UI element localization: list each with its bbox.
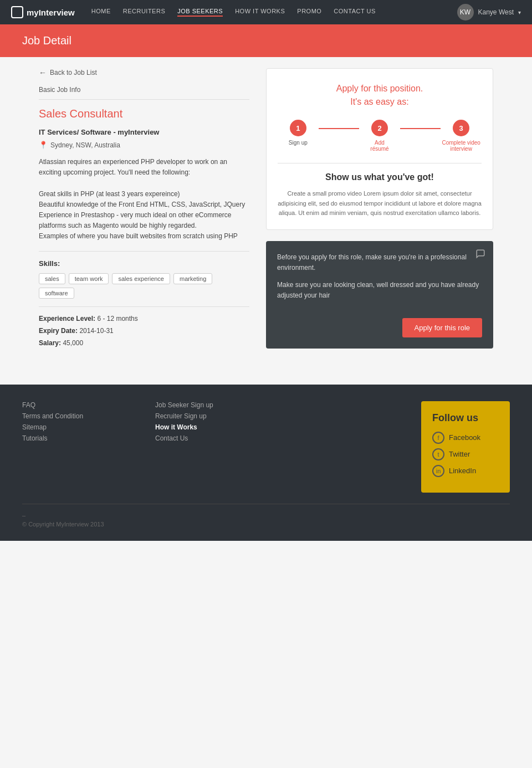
footer-recruiter-signup[interactable]: Recruiter Sign up <box>155 412 288 420</box>
logo-icon <box>11 6 23 18</box>
nav-recruiters[interactable]: RECRUITERS <box>123 8 166 17</box>
apply-divider <box>278 163 482 163</box>
job-title: Sales Consultant <box>39 107 249 120</box>
step-line-1 <box>319 128 360 129</box>
experience-level: Experience Level: 6 - 12 months <box>39 315 249 322</box>
dark-box: Before you apply for this role, make sur… <box>266 241 493 349</box>
salary-label: Salary: <box>39 339 61 347</box>
location-icon: 📍 <box>39 141 48 149</box>
step-1-circle: 1 <box>290 120 306 136</box>
footer-dash: – <box>22 512 510 519</box>
dark-box-text2: Make sure you are looking clean, well dr… <box>277 280 482 301</box>
nav-home[interactable]: HOME <box>91 8 111 17</box>
main-content: ← Back to Job List Basic Job Info Sales … <box>17 57 515 362</box>
skill-marketing: marketing <box>173 273 212 284</box>
footer-contact-us[interactable]: Contact Us <box>155 434 288 442</box>
desc-line-1: Great skills in PHP (at least 3 years ex… <box>39 189 249 199</box>
social-linkedin[interactable]: in LinkedIn <box>432 465 499 477</box>
skill-sales: sales <box>39 273 65 284</box>
facebook-label: Facebook <box>449 433 480 442</box>
page-title: Job Detail <box>22 34 510 47</box>
navbar: myInterview HOME RECRUITERS JOB SEEKERS … <box>0 0 532 24</box>
location: 📍 Sydney, NSW, Australia <box>39 141 249 149</box>
footer-sitemap[interactable]: Sitemap <box>22 423 155 431</box>
desc-line-0: Atlassian requires an experienced PHP de… <box>39 157 249 178</box>
linkedin-icon: in <box>432 465 444 477</box>
chat-icon <box>475 249 485 263</box>
basic-job-info-label: Basic Job Info <box>39 86 249 94</box>
footer-copyright: © Copyright MyInterview 2013 <box>22 521 510 528</box>
left-panel: ← Back to Job List Basic Job Info Sales … <box>39 68 249 351</box>
footer-col3 <box>288 401 421 493</box>
page-header: Job Detail <box>0 24 532 57</box>
chevron-down-icon: ▾ <box>518 9 521 16</box>
apply-for-role-button[interactable]: Apply for this role <box>402 318 482 337</box>
show-description: Create a small promo video Lorem ipsum d… <box>278 189 482 218</box>
apply-heading-line1: Apply for this position. <box>278 82 482 95</box>
logo[interactable]: myInterview <box>11 6 75 18</box>
apply-position-box: Apply for this position. It's as easy as… <box>266 68 493 230</box>
apply-heading-line2: It's as easy as: <box>278 95 482 109</box>
step-1-label: Sign up <box>289 140 308 146</box>
follow-heading: Follow us <box>432 412 499 424</box>
nav-job-seekers[interactable]: JOB SEEKERS <box>177 8 223 17</box>
social-twitter[interactable]: t Twitter <box>432 448 499 460</box>
divider3 <box>39 306 249 307</box>
right-panel: Apply for this position. It's as easy as… <box>266 68 493 351</box>
back-link-label: Back to Job List <box>50 69 97 76</box>
footer: FAQ Terms and Condition Sitemap Tutorial… <box>0 385 532 541</box>
step-3-circle: 3 <box>453 120 469 136</box>
meta-section: Experience Level: 6 - 12 months Expiry D… <box>39 315 249 347</box>
logo-text: myInterview <box>27 8 75 17</box>
nav-promo[interactable]: PROMO <box>297 8 321 17</box>
skills-label: Skills: <box>39 259 249 268</box>
nav-contact-us[interactable]: CONTACT US <box>334 8 376 17</box>
footer-col1: FAQ Terms and Condition Sitemap Tutorial… <box>22 401 155 493</box>
step-line-2 <box>400 128 441 129</box>
dark-box-text1: Before you apply for this role, make sur… <box>277 252 482 273</box>
divider1 <box>39 99 249 100</box>
footer-terms[interactable]: Terms and Condition <box>22 412 155 420</box>
steps-container: 1 Sign up 2 Addrésumé 3 Complete videoin… <box>278 120 482 152</box>
footer-faq[interactable]: FAQ <box>22 401 155 409</box>
expiry-date-label: Expiry Date: <box>39 327 78 335</box>
footer-how-it-works[interactable]: How it Works <box>155 423 288 431</box>
nav-how-it-works[interactable]: HOW IT WORKS <box>235 8 285 17</box>
divider2 <box>39 251 249 252</box>
facebook-icon: f <box>432 432 444 444</box>
location-text: Sydney, NSW, Australia <box>50 141 120 149</box>
user-name: Kanye West <box>478 8 514 16</box>
experience-level-label: Experience Level: <box>39 315 95 322</box>
footer-follow: Follow us f Facebook t Twitter in Linked… <box>421 401 510 493</box>
footer-content: FAQ Terms and Condition Sitemap Tutorial… <box>22 401 510 493</box>
twitter-icon: t <box>432 448 444 460</box>
footer-tutorials[interactable]: Tutorials <box>22 434 155 442</box>
desc-line-3: Experience in Prestashop - very much ide… <box>39 210 249 231</box>
job-description: Atlassian requires an experienced PHP de… <box>39 157 249 242</box>
step-2-circle: 2 <box>371 120 388 136</box>
expiry-date-value: 2014-10-31 <box>79 327 113 335</box>
skill-teamwork: team work <box>69 273 109 284</box>
step-2-label: Addrésumé <box>370 140 388 152</box>
step-3: 3 Complete videointerview <box>441 120 482 152</box>
step-2: 2 Addrésumé <box>359 120 400 152</box>
navbar-links: HOME RECRUITERS JOB SEEKERS HOW IT WORKS… <box>91 8 441 17</box>
footer-col2: Job Seeker Sign up Recruiter Sign up How… <box>155 401 288 493</box>
skills-list: sales team work sales experience marketi… <box>39 273 249 299</box>
salary-value: 45,000 <box>63 339 83 347</box>
expiry-date: Expiry Date: 2014-10-31 <box>39 327 249 335</box>
step-3-label: Complete videointerview <box>442 140 480 152</box>
footer-job-seeker-signup[interactable]: Job Seeker Sign up <box>155 401 288 409</box>
step-1: 1 Sign up <box>278 120 319 146</box>
twitter-label: Twitter <box>449 450 470 458</box>
back-to-job-list[interactable]: ← Back to Job List <box>39 68 249 77</box>
avatar: KW <box>457 4 474 21</box>
back-arrow-icon: ← <box>39 68 47 77</box>
desc-line-4: Examples of where you have built website… <box>39 231 249 242</box>
salary: Salary: 45,000 <box>39 339 249 347</box>
social-facebook[interactable]: f Facebook <box>432 432 499 444</box>
linkedin-label: LinkedIn <box>449 467 476 475</box>
skill-software: software <box>39 288 74 299</box>
user-menu[interactable]: KW Kanye West ▾ <box>457 4 521 21</box>
apply-heading: Apply for this position. It's as easy as… <box>278 82 482 109</box>
